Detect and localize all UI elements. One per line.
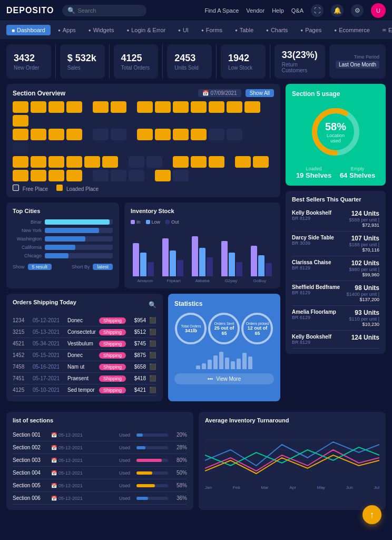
shelf-block [48, 170, 64, 181]
view-more-button[interactable]: ••• View More [174, 373, 274, 384]
stat-sales-label: Sales [67, 65, 97, 71]
stat-low-stock-label: Low Stock [228, 65, 258, 71]
shelf-block [31, 170, 46, 181]
nav-find-space[interactable]: Find A Space [204, 7, 239, 14]
circle-val: 12 out of 65 [246, 325, 269, 336]
city-bar-inner [45, 236, 85, 242]
orders-title: Orders Shipping Today [13, 299, 76, 305]
left-col: Section Overview 📅 07/09/2021 Show All [6, 84, 280, 407]
menu-ecommerce[interactable]: ● Ecommerce [329, 25, 375, 35]
seller-name: Sheffield Bedframe [292, 284, 340, 290]
section-num: Section 006 [13, 495, 47, 501]
menu-apps[interactable]: ● Apps [53, 25, 81, 35]
seller-info: Clarissa Chaise BR 8129 [292, 259, 331, 277]
orders-table: 1234 05-12-2021 Donec Shipping $954 ⬛ 32… [13, 315, 156, 396]
show-all-button[interactable]: Show All [246, 89, 274, 97]
menu-table[interactable]: ● Table [230, 25, 259, 35]
show-btn[interactable]: 5 result [28, 264, 52, 270]
seller-name: Darcy Side Table [292, 235, 334, 240]
time-period-btn[interactable]: Time Period Last One Month [329, 44, 386, 79]
shelf-block [31, 156, 46, 168]
x-label: Jan [205, 485, 212, 490]
section-num: Section 003 [13, 457, 47, 463]
mini-bar [237, 359, 241, 369]
orders-shipping-panel: Orders Shipping Today 🔍 1234 05-12-2021 … [6, 294, 163, 401]
menu-login-error[interactable]: ● Login & Error [121, 25, 171, 35]
x-label: Mar [261, 485, 269, 490]
shelf-block [66, 156, 82, 168]
shelf-block [155, 129, 171, 140]
dots-icon: ••• [208, 376, 213, 382]
stat-circle: Orders picked 12 out of 65 [241, 313, 273, 344]
seller-name: Kelly Bookshelf [292, 334, 331, 340]
inv-bar-low [229, 253, 235, 276]
menu-widgets[interactable]: ● Widgets [83, 25, 120, 35]
used-bar-outer [136, 471, 168, 475]
stats-row: 3432 New Order $ 532k Sales 4125 Total O… [0, 39, 392, 84]
order-id: 1234 [13, 317, 30, 323]
order-amount: $418 [129, 375, 146, 381]
sections-table: Section 001 📅05-12-2021 Used 20% Section… [13, 429, 187, 505]
nav-help[interactable]: Help [272, 7, 284, 14]
shelf-block [227, 101, 242, 113]
order-icon: ⬛ [149, 340, 156, 347]
order-row: 1234 05-12-2021 Donec Shipping $954 ⬛ [13, 315, 156, 326]
order-icon: ⬛ [149, 329, 156, 335]
menu-pages[interactable]: ● Pages [295, 25, 327, 35]
seller-info: Darcy Side Table BR 3039 [292, 235, 334, 253]
inv-legend-item: Out [165, 219, 179, 225]
shelf-block [111, 170, 126, 181]
seller-total: $99,960 [349, 272, 379, 277]
order-name: Vestibulum [67, 341, 96, 346]
shelf-stats: Loaded 19 Shelves Empty 64 Shelves [292, 166, 379, 179]
section-row: Section 003 📅05-12-2021 Used 80% [13, 454, 187, 467]
order-icon: ⬛ [149, 375, 156, 382]
menu-ui[interactable]: ● UI [173, 25, 194, 35]
circle-content: Total Orders 341lb [179, 322, 203, 335]
fab-button[interactable]: ↑ [362, 505, 381, 524]
city-label: Chicago [13, 253, 42, 258]
nav-qa[interactable]: Q&A [291, 7, 303, 14]
expand-icon[interactable]: ⛶ [311, 4, 324, 17]
circle-label: Total Orders [181, 324, 201, 328]
section-date: 📅05-12-2021 [51, 470, 115, 476]
legend-loaded: Loaded Place [56, 185, 99, 192]
section-date: 📅05-12-2021 [51, 458, 115, 463]
shelf-block [191, 156, 207, 168]
section-row: Section 006 📅05-12-2021 Used 36% [13, 492, 187, 505]
inv-bar-low [258, 255, 264, 277]
order-name: Consectetur [67, 329, 96, 335]
orders-stats-row: Orders Shipping Today 🔍 1234 05-12-2021 … [6, 294, 280, 401]
shelf-block [13, 156, 28, 168]
order-date: 05-15-2021 [33, 352, 64, 358]
city-label: California [13, 245, 42, 250]
section-num: Section 005 [13, 483, 47, 488]
bell-icon[interactable]: 🔔 [331, 4, 344, 17]
search-bar[interactable]: 🔍 [62, 5, 146, 16]
search-input[interactable] [77, 7, 141, 14]
shelf-block [155, 101, 171, 113]
menu-forms[interactable]: ● Forms [196, 25, 228, 35]
inv-bar-set [251, 229, 272, 276]
empty-count: 64 Shelves [340, 171, 375, 179]
inv-legend-label: Low [152, 219, 161, 225]
nav-vendor[interactable]: Vendor [246, 7, 264, 14]
shelf-block [253, 156, 269, 168]
legend-free-box [13, 185, 19, 191]
used-pct: 80% [172, 457, 187, 463]
sort-btn[interactable]: latest [93, 264, 113, 270]
used-bar-outer [136, 484, 168, 487]
order-status-badge: Shipping [99, 364, 126, 370]
search-icon[interactable]: 🔍 [149, 301, 156, 308]
avg-inventory-panel: Average Inventory Turnaround JanFebMarAp… [199, 412, 386, 510]
calendar-icon: 📅 [51, 432, 57, 438]
menu-emails[interactable]: ✉ Emails [377, 25, 392, 35]
seller-units: 107 Units $188 per unit | $70,116 [349, 235, 379, 253]
avatar[interactable]: U [371, 3, 386, 18]
gear-icon[interactable]: ⚙ [351, 4, 364, 17]
menu-dashboard[interactable]: ■ Dashboard [6, 25, 51, 35]
mini-bar [248, 356, 252, 369]
top-nav: DEPOSITO 🔍 Find A Space Vendor Help Q&A … [0, 0, 392, 21]
inv-legend-label: In [136, 219, 141, 225]
menu-charts[interactable]: ● Charts [261, 25, 293, 35]
